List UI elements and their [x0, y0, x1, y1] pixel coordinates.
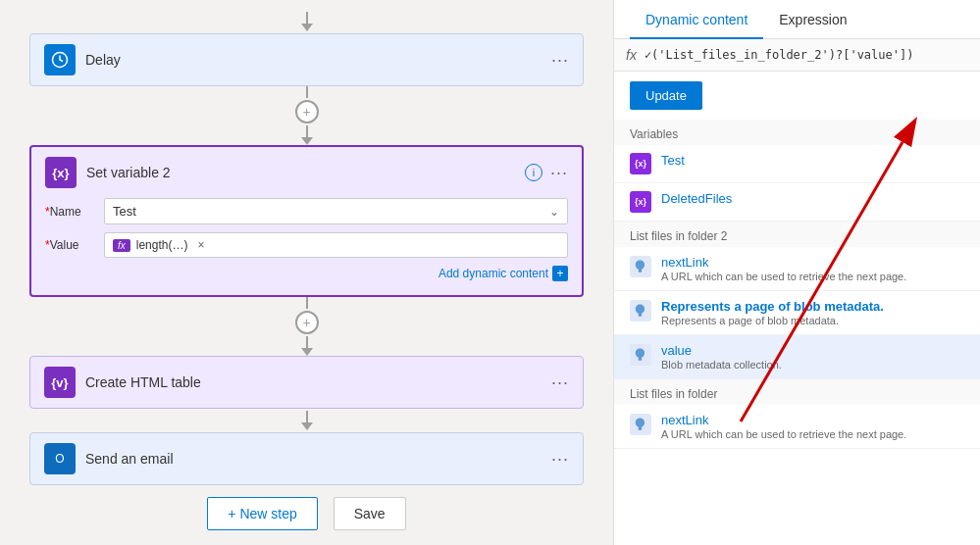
create-html-table-card: {v} Create HTML table ···	[29, 356, 584, 409]
variable-test-text: Test	[661, 153, 964, 168]
page-blob-text: Represents a page of blob metadata. Repr…	[661, 299, 964, 326]
variables-section-header: Variables	[614, 120, 980, 145]
variable-test-item[interactable]: {x} Test	[614, 145, 980, 183]
email-icon: O	[44, 443, 76, 474]
connector-2: +	[295, 297, 319, 356]
nextlink-2-icon	[630, 256, 651, 277]
html-table-icon: {v}	[44, 367, 76, 398]
connector-3	[301, 411, 313, 430]
set-variable-2-body: *Name Test ⌄ *Value fx length(…) ×	[31, 198, 582, 295]
right-panel-wrapper: Dynamic content Expression fx ✓('List_fi…	[613, 0, 980, 545]
nextlink-1-name: nextLink	[661, 413, 964, 427]
send-email-card: O Send an email ···	[29, 432, 584, 485]
value-input[interactable]: fx length(…) ×	[104, 232, 568, 258]
set-variable-icon: {x}	[45, 157, 77, 188]
content-list: Variables {x} Test {x} DeletedFiles List…	[614, 120, 980, 545]
workflow-canvas: Delay ··· + {x} Set variable 2 i ··· *Na…	[0, 0, 613, 545]
dynamic-content-panel: Dynamic content Expression fx ✓('List_fi…	[613, 0, 980, 545]
list-files-folder-header: List files in folder	[614, 379, 980, 405]
page-blob-name: Represents a page of blob metadata.	[661, 299, 964, 314]
set-variable-2-header: {x} Set variable 2 i ···	[31, 147, 582, 198]
page-blob-desc: Represents a page of blob metadata.	[661, 315, 964, 326]
add-dynamic-content-button[interactable]: Add dynamic content +	[45, 266, 568, 281]
value-item[interactable]: value Blob metadata collection.	[614, 335, 980, 379]
expression-text: length(…)	[136, 238, 188, 252]
set-variable-2-title: Set variable 2	[86, 165, 525, 180]
nextlink-1-icon	[630, 414, 651, 435]
expression-bar: fx ✓('List_files_in_folder_2')?['value']…	[614, 39, 980, 72]
name-input[interactable]: Test ⌄	[104, 198, 568, 224]
variable-deletedfiles-icon: {x}	[630, 191, 651, 213]
tab-dynamic-content[interactable]: Dynamic content	[630, 0, 763, 39]
value-name: value	[661, 343, 964, 358]
nextlink-1-desc: A URL which can be used to retrieve the …	[661, 428, 964, 440]
value-icon	[630, 344, 651, 366]
delay-icon	[44, 44, 76, 75]
new-step-button[interactable]: + New step	[207, 497, 317, 530]
tab-expression[interactable]: Expression	[763, 0, 862, 39]
name-field-row: *Name Test ⌄	[45, 198, 568, 224]
nextlink-2-desc: A URL which can be used to retrieve the …	[661, 271, 964, 282]
top-connector	[301, 12, 313, 31]
update-button[interactable]: Update	[630, 81, 702, 110]
variable-test-name: Test	[661, 153, 964, 168]
set-variable-2-card: {x} Set variable 2 i ··· *Name Test ⌄ *V…	[29, 145, 584, 297]
variable-deletedfiles-item[interactable]: {x} DeletedFiles	[614, 183, 980, 222]
variable-deletedfiles-text: DeletedFiles	[661, 191, 964, 206]
fx-label: fx	[626, 47, 637, 63]
add-step-1-button[interactable]: +	[295, 100, 319, 124]
save-button[interactable]: Save	[334, 497, 406, 530]
nextlink-1-item[interactable]: nextLink A URL which can be used to retr…	[614, 405, 980, 449]
variable-deletedfiles-name: DeletedFiles	[661, 191, 964, 206]
page-blob-item[interactable]: Represents a page of blob metadata. Repr…	[614, 291, 980, 335]
delay-card: Delay ···	[29, 33, 584, 86]
nextlink-2-item[interactable]: nextLink A URL which can be used to retr…	[614, 247, 980, 291]
create-html-table-title: Create HTML table	[85, 374, 551, 390]
nextlink-2-name: nextLink	[661, 255, 964, 270]
connector-1: +	[295, 86, 319, 145]
expression-value[interactable]: ✓('List_files_in_folder_2')?['value'])	[645, 48, 968, 62]
nextlink-1-text: nextLink A URL which can be used to retr…	[661, 413, 964, 440]
delay-title: Delay	[85, 52, 551, 68]
value-field-row: *Value fx length(…) ×	[45, 232, 568, 258]
list-files-folder-2-header: List files in folder 2	[614, 222, 980, 247]
delay-more-button[interactable]: ···	[551, 50, 569, 71]
create-html-table-more-button[interactable]: ···	[551, 372, 569, 393]
add-step-2-button[interactable]: +	[295, 311, 319, 334]
nextlink-2-text: nextLink A URL which can be used to retr…	[661, 255, 964, 282]
bottom-actions: + New step Save	[207, 497, 405, 530]
name-label: *Name	[45, 205, 104, 219]
add-dynamic-plus-icon: +	[552, 266, 568, 281]
value-label: *Value	[45, 238, 104, 252]
send-email-title: Send an email	[85, 451, 551, 467]
expression-badge: fx	[113, 239, 130, 252]
page-blob-icon	[630, 300, 651, 322]
value-desc: Blob metadata collection.	[661, 359, 964, 371]
variable-test-icon: {x}	[630, 153, 651, 174]
set-variable-2-more-button[interactable]: ···	[550, 163, 568, 183]
send-email-more-button[interactable]: ···	[551, 449, 569, 470]
expression-close-button[interactable]: ×	[197, 238, 204, 252]
info-icon[interactable]: i	[525, 164, 542, 181]
value-text: value Blob metadata collection.	[661, 343, 964, 371]
panel-tabs: Dynamic content Expression	[614, 0, 980, 39]
